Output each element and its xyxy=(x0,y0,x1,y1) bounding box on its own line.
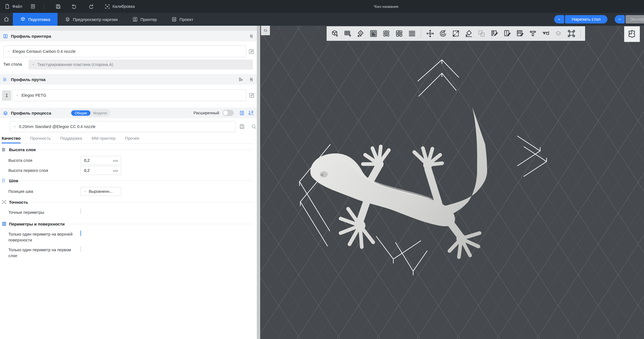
scope-objects-option[interactable]: Модели xyxy=(90,110,110,116)
layer-height-icon xyxy=(2,147,7,152)
section-walls-surfaces-title: Периметры и поверхности xyxy=(9,222,64,226)
scope-global-option[interactable]: Общие xyxy=(71,110,90,116)
sidebar-collapse-handle[interactable] xyxy=(261,26,270,35)
collapse-arrows-icon xyxy=(263,28,268,33)
settings-sidebar: Профиль принтера Elegoo Centauri Carbon … xyxy=(0,26,257,339)
filament-slot-badge[interactable]: 1 xyxy=(2,91,11,101)
undo-button[interactable] xyxy=(71,0,77,13)
bed-type-select[interactable]: Текстурированная пластина (сторона А) xyxy=(28,60,253,70)
save-button[interactable] xyxy=(55,0,61,13)
printer-profile-title: Профиль принтера xyxy=(11,34,51,39)
slice-options-chevron-button[interactable] xyxy=(554,15,564,23)
tab-strength[interactable]: Прочность xyxy=(30,136,51,143)
auto-orient-button[interactable]: A xyxy=(355,27,366,40)
advanced-mode-switch[interactable] xyxy=(222,110,234,116)
chevron-down-icon xyxy=(15,93,19,97)
printer-preset-dropdown[interactable]: Elegoo Centauri Carbon 0.4 nozzle xyxy=(3,46,246,57)
measure-button[interactable] xyxy=(540,27,551,40)
tab-quality[interactable]: Качество xyxy=(2,136,21,143)
paint-fuzzy-skin-icon xyxy=(516,29,524,38)
first-layer-height-row: Высота первого слоя мм xyxy=(8,168,253,174)
precise-walls-checkbox[interactable] xyxy=(80,208,81,214)
first-layer-height-input[interactable] xyxy=(81,168,107,173)
panel-viewport-divider[interactable] xyxy=(257,26,260,339)
compare-presets-ab-icon[interactable]: AB xyxy=(248,110,254,116)
process-parameter-tabs: Качество Прочность Поддержка ММ принтер … xyxy=(0,136,253,144)
text-tool-button[interactable] xyxy=(527,27,538,40)
redo-button[interactable] xyxy=(88,0,94,13)
seam-position-select[interactable]: Выровненн... xyxy=(80,187,121,196)
export-button[interactable]: Экспор xyxy=(626,15,644,23)
printer-profile-header: Профиль принтера xyxy=(0,31,257,41)
plugin-button[interactable] xyxy=(624,26,640,42)
filament-settings-icon[interactable] xyxy=(249,77,254,82)
single-perimeter-first-checkbox[interactable] xyxy=(80,246,81,252)
layer-height-input[interactable] xyxy=(81,158,107,163)
tab-preview[interactable]: Предпросмотр нарезки xyxy=(58,13,125,26)
export-label: Экспор xyxy=(630,17,644,22)
chevron-down-icon xyxy=(13,125,17,129)
printer-settings-icon[interactable] xyxy=(249,34,254,39)
walls-surfaces-icon xyxy=(2,221,7,226)
home-button[interactable] xyxy=(0,13,13,26)
single-perimeter-top-label: Только один периметр на верхней поверхно… xyxy=(8,231,77,243)
layer-height-unit: мм xyxy=(113,158,121,163)
edit-filament-icon[interactable] xyxy=(248,92,255,99)
calibration-icon xyxy=(104,4,110,10)
add-object-button[interactable] xyxy=(329,27,341,40)
exploded-view-button[interactable] xyxy=(566,27,577,40)
file-menu[interactable]: Файл xyxy=(4,0,22,13)
cut-button[interactable] xyxy=(476,27,487,40)
gecko-eye xyxy=(320,171,328,177)
arrange-button[interactable] xyxy=(368,27,379,40)
viewport-3d[interactable]: A xyxy=(260,26,644,339)
advanced-mode-label: Расширенный xyxy=(193,111,219,115)
move-icon xyxy=(426,29,434,38)
slice-plate-button[interactable]: Нарезать стол xyxy=(565,15,607,23)
section-divider xyxy=(20,181,253,181)
assembly-view-button[interactable] xyxy=(553,27,564,40)
chevron-down-icon xyxy=(617,17,622,22)
tab-others[interactable]: Прочее xyxy=(125,136,140,143)
tab-support[interactable]: Поддержка xyxy=(60,136,82,143)
paint-seam-button[interactable] xyxy=(502,27,513,40)
tab-project[interactable]: Проект xyxy=(164,13,200,26)
chevron-down-icon xyxy=(557,17,561,22)
single-perimeter-top-checkbox[interactable] xyxy=(80,231,81,236)
tab-multimaterial[interactable]: ММ принтер xyxy=(92,136,116,143)
variable-layer-height-icon xyxy=(408,29,416,38)
move-button[interactable] xyxy=(425,27,436,40)
toolbar-separator xyxy=(421,29,421,38)
process-scope-toggle[interactable]: Общие Модели xyxy=(71,109,110,117)
tab-prepare[interactable]: Подготовка xyxy=(13,13,58,26)
split-to-objects-icon xyxy=(382,29,391,38)
top-menu-bar: Файл Калибровка *Без названия xyxy=(0,0,644,13)
home-icon xyxy=(3,16,9,22)
slice-plate-label: Нарезать стол xyxy=(572,17,601,22)
rotate-button[interactable] xyxy=(437,27,449,40)
process-list-icon[interactable] xyxy=(239,110,245,116)
save-preset-icon[interactable] xyxy=(239,124,245,130)
export-options-chevron-button[interactable] xyxy=(615,15,625,23)
calibration-button[interactable]: Калибровка xyxy=(104,0,135,13)
printer-tab-icon xyxy=(132,16,138,22)
filament-preset-dropdown[interactable]: Elegoo PETG xyxy=(12,89,246,101)
add-plate-button[interactable] xyxy=(342,27,353,40)
first-layer-height-label: Высота первого слоя xyxy=(8,168,77,174)
add-filament-icon[interactable] xyxy=(238,77,244,82)
tab-printer-label: Принтер xyxy=(140,17,157,22)
edit-printer-icon[interactable] xyxy=(248,48,255,55)
paint-support-button[interactable] xyxy=(489,27,500,40)
paint-fuzzy-skin-button[interactable] xyxy=(514,27,526,40)
search-settings-icon[interactable] xyxy=(251,124,257,130)
section-divider xyxy=(30,202,253,202)
process-preset-dropdown[interactable]: 0.20mm Standard @Elegoo CC 0.4 nozzle xyxy=(10,121,236,132)
scale-button[interactable] xyxy=(450,27,461,40)
gecko-model[interactable] xyxy=(310,107,487,257)
lay-on-face-button[interactable] xyxy=(463,27,474,40)
split-to-objects-button[interactable] xyxy=(381,27,392,40)
split-to-parts-button[interactable] xyxy=(394,27,405,40)
variable-layer-height-button[interactable] xyxy=(406,27,418,40)
document-menu-button[interactable] xyxy=(30,0,36,13)
tab-printer[interactable]: Принтер xyxy=(125,13,164,26)
